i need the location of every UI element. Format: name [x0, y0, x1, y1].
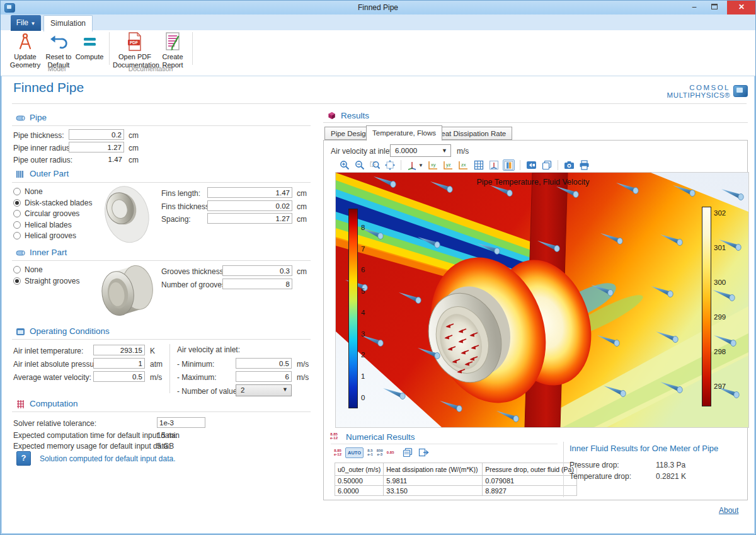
fins-thickness-input[interactable] [207, 200, 292, 211]
cell: 0.50000 [335, 476, 384, 486]
air-velocity-group-label: Air velocity at inlet: [177, 345, 240, 354]
tab-file[interactable]: File ▼ [11, 15, 41, 31]
plot-scene [336, 173, 748, 427]
field-label: Expected computation time for default in… [13, 431, 178, 440]
colorbar-tick: 0 [361, 394, 365, 401]
reset-to-default-button[interactable]: Reset to Default [42, 32, 75, 69]
copy-table-icon[interactable] [402, 447, 414, 458]
zoom-in-icon[interactable] [338, 159, 350, 171]
scientific-notation-button[interactable]: 8.5 e-1 [367, 449, 373, 457]
divider [323, 122, 748, 123]
field-label: Average water velocity: [13, 373, 91, 382]
close-button[interactable]: ✕ [727, 1, 756, 14]
window-title: Finned Pipe [1, 3, 755, 12]
graphics-canvas[interactable] [335, 172, 749, 428]
svg-text:zx: zx [461, 162, 466, 168]
update-geometry-button[interactable]: Update Geometry [8, 32, 42, 69]
view-zx-icon[interactable]: zx [457, 159, 469, 171]
view-orientation-icon[interactable]: ▼ [406, 159, 424, 171]
section-title-pipe: Pipe [30, 113, 47, 122]
zoom-box-icon[interactable] [369, 159, 381, 171]
minimize-button[interactable]: – [684, 1, 704, 14]
unit-label: cm [297, 267, 307, 276]
snapshot-icon[interactable] [563, 159, 575, 171]
average-water-velocity-input[interactable] [93, 371, 145, 382]
help-button[interactable]: ? [16, 451, 31, 466]
outer-part-preview [95, 182, 155, 245]
radio-icon [13, 232, 21, 239]
engineering-notation-button[interactable]: 850 e-3 [377, 449, 383, 457]
colorbar-tick: 5 [361, 287, 365, 295]
spacing-input[interactable] [207, 213, 292, 224]
grid-icon[interactable] [472, 159, 484, 171]
pipe-thickness-input[interactable] [69, 129, 124, 140]
number-of-grooves-input[interactable] [222, 279, 292, 289]
air-inlet-pressure-input[interactable] [93, 358, 145, 369]
fins-length-input[interactable] [207, 187, 292, 198]
transparency-icon[interactable] [525, 159, 537, 171]
zoom-out-icon[interactable] [353, 159, 365, 171]
file-caret-icon: ▼ [30, 21, 35, 26]
open-pdf-documentation-button[interactable]: PDF Open PDF Documentation [113, 32, 157, 69]
field-label: Grooves thickness: [161, 267, 226, 276]
air-velocity-max-input[interactable] [236, 371, 292, 382]
field-label: - Minimum: [177, 360, 214, 369]
divider [12, 411, 311, 412]
unit-label: cm [129, 131, 139, 140]
memory-usage-value: 5 GB [157, 442, 174, 451]
maximize-button[interactable] [704, 1, 724, 14]
numerical-results-icon: 8.85 e-12 [330, 432, 338, 440]
unit-label: cm [297, 189, 307, 198]
default-view-icon[interactable] [488, 159, 500, 171]
colorbar-tick: 297 [714, 383, 726, 390]
page-title: Finned Pipe [13, 80, 84, 95]
app-window: Finned Pipe – ✕ File ▼ Simulation Update… [0, 0, 756, 535]
colorbar-tick: 8 [361, 224, 365, 231]
col-heat-dissipation[interactable]: Heat dissipation rate (W/(m*K)) [384, 463, 483, 476]
grooves-thickness-input[interactable] [222, 265, 292, 276]
report-document-icon [164, 32, 181, 51]
colorbar-tick: 300 [714, 279, 726, 286]
compute-button[interactable]: Compute [74, 32, 105, 61]
divider [12, 182, 311, 183]
field-label: Fins thickness: [161, 202, 211, 211]
title-bar: Finned Pipe – ✕ [1, 1, 755, 14]
divider [12, 103, 747, 104]
unit-label: cm [297, 202, 307, 211]
solution-status-text: Solution computed for default input data… [40, 454, 175, 463]
print-icon[interactable] [578, 159, 590, 171]
pipe-inner-radius-input[interactable] [69, 142, 124, 152]
tab-simulation[interactable]: Simulation [43, 15, 93, 32]
tab-temperature-flows[interactable]: Temperature, Flows [366, 125, 442, 141]
copy-graphics-icon[interactable] [541, 159, 553, 171]
air-inlet-temperature-input[interactable] [93, 345, 145, 355]
view-xy-icon[interactable]: xy [427, 159, 439, 171]
zoom-extents-icon[interactable] [384, 159, 396, 171]
air-velocity-min-input[interactable] [236, 358, 292, 369]
toolbar-divider [520, 160, 520, 170]
table-row[interactable]: 0.50000 5.9811 0.079081 [335, 476, 577, 486]
number-of-values-dropdown[interactable]: 2 ▼ [236, 384, 292, 396]
air-velocity-result-dropdown[interactable]: 6.0000 ▼ [390, 144, 451, 157]
scene-light-icon[interactable] [503, 159, 515, 171]
update-geometry-icon [16, 32, 35, 51]
section-title-operating-conditions: Operating Conditions [30, 326, 110, 336]
numerical-results-toolbar: 8.85 e-12 AUTO 8.5 e-1 850 e-3 0.85 [334, 446, 430, 459]
create-report-button[interactable]: Create Report [157, 32, 188, 69]
ribbon-tab-strip [1, 14, 755, 30]
pdf-document-icon: PDF [127, 32, 143, 51]
full-precision-button[interactable]: 8.85 e-12 [334, 449, 341, 457]
cell: 33.150 [384, 486, 483, 496]
svg-text:yz: yz [446, 162, 451, 168]
about-link[interactable]: About [719, 506, 738, 515]
chevron-down-icon: ▼ [418, 163, 423, 168]
unit-label: m/s [150, 373, 162, 382]
export-table-icon[interactable] [418, 447, 430, 458]
table-row[interactable]: 6.0000 33.150 8.8927 [335, 486, 577, 496]
col-u0-outer[interactable]: u0_outer (m/s) [335, 463, 384, 476]
auto-precision-button[interactable]: AUTO [345, 447, 364, 458]
divider [169, 344, 170, 393]
solver-tolerance-input[interactable] [157, 417, 205, 428]
view-yz-icon[interactable]: yz [442, 159, 454, 171]
decimal-notation-button[interactable]: 0.85 [387, 451, 394, 454]
